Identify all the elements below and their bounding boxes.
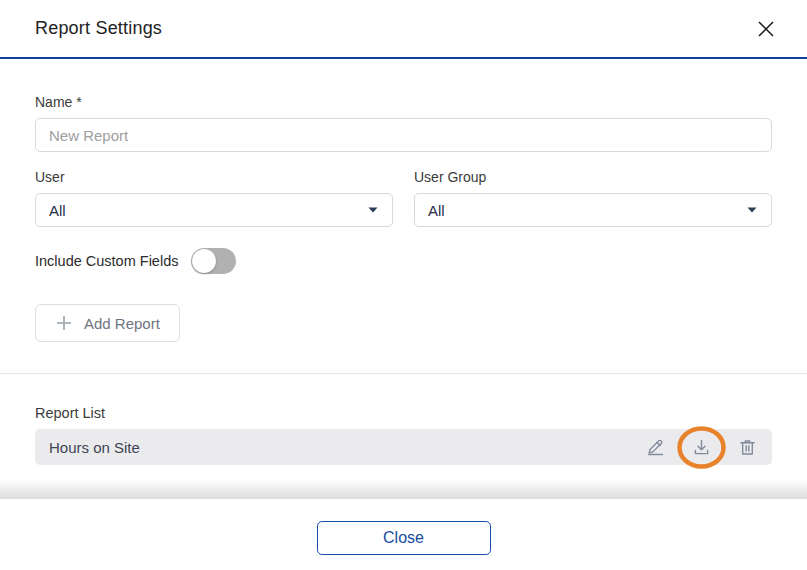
- user-label: User: [35, 169, 393, 185]
- report-settings-modal: Report Settings Name * User All User Gro…: [0, 0, 807, 570]
- report-list-label: Report List: [35, 405, 772, 421]
- modal-footer: Close: [0, 499, 807, 555]
- user-select[interactable]: All: [35, 193, 393, 227]
- pencil-icon: [645, 437, 666, 458]
- section-divider: [0, 373, 807, 374]
- plus-icon: [55, 314, 73, 332]
- close-button[interactable]: Close: [317, 521, 491, 555]
- delete-report-button[interactable]: [737, 437, 758, 458]
- report-name-input[interactable]: [35, 118, 772, 152]
- user-select-value: All: [49, 202, 66, 219]
- selects-row: User All User Group All: [35, 169, 772, 227]
- report-list-section: Report List Hours on Site: [0, 405, 807, 465]
- footer-scroll-shadow: [0, 479, 807, 499]
- download-icon: [691, 437, 712, 458]
- edit-report-button[interactable]: [645, 437, 666, 458]
- page-title: Report Settings: [35, 18, 162, 39]
- add-report-button[interactable]: Add Report: [35, 304, 180, 342]
- add-report-label: Add Report: [84, 315, 160, 332]
- close-icon[interactable]: [749, 12, 783, 46]
- include-custom-fields-toggle[interactable]: [191, 248, 236, 274]
- modal-header: Report Settings: [0, 0, 807, 59]
- toggle-knob: [192, 249, 216, 273]
- trash-icon: [737, 437, 758, 458]
- report-form: Name * User All User Group All: [0, 94, 807, 342]
- name-label: Name *: [35, 94, 772, 110]
- report-list-item[interactable]: Hours on Site: [35, 429, 772, 465]
- report-item-name: Hours on Site: [49, 439, 645, 456]
- row-actions: [645, 437, 758, 458]
- user-group-label: User Group: [414, 169, 772, 185]
- include-custom-fields-row: Include Custom Fields: [35, 248, 772, 274]
- include-custom-fields-label: Include Custom Fields: [35, 253, 178, 269]
- chevron-down-icon: [367, 204, 379, 216]
- user-group-select-value: All: [428, 202, 445, 219]
- download-report-button[interactable]: [691, 437, 712, 458]
- chevron-down-icon: [746, 204, 758, 216]
- user-group-select[interactable]: All: [414, 193, 772, 227]
